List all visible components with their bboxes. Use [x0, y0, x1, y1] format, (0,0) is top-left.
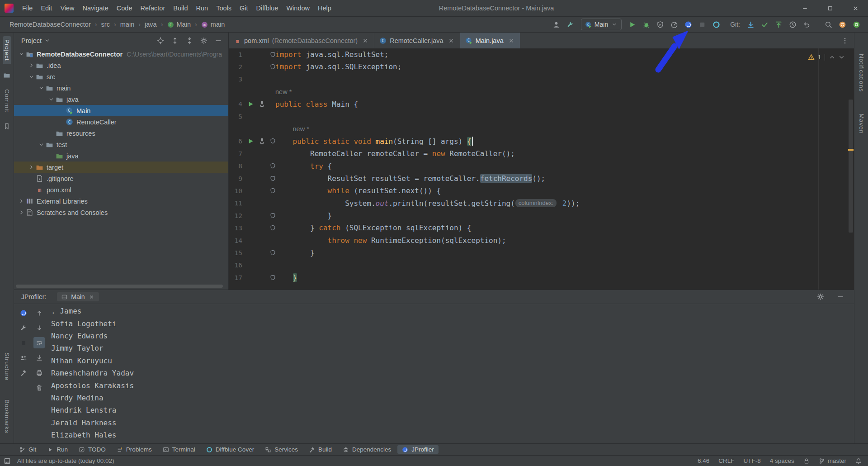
menu-build[interactable]: Build — [169, 0, 192, 16]
maximize-button[interactable] — [817, 0, 843, 16]
jprofiler-icon[interactable] — [18, 307, 29, 319]
prev-warning-icon[interactable] — [829, 54, 835, 61]
locate-icon[interactable] — [157, 37, 164, 44]
toolwindow-toggle-icon[interactable] — [4, 457, 11, 465]
chevron-down-icon[interactable] — [38, 84, 45, 92]
sync-icon[interactable] — [837, 19, 848, 30]
menu-window[interactable]: Window — [282, 0, 314, 16]
stripe-project[interactable]: Project — [3, 36, 11, 64]
next-warning-icon[interactable] — [838, 54, 845, 61]
tree-item-.gitignore[interactable]: .gitignore — [14, 173, 228, 184]
output-row[interactable]: Sofia Logotheti — [51, 317, 854, 329]
bookmark-icon[interactable] — [3, 123, 10, 130]
chevron-right-icon[interactable] — [18, 209, 25, 216]
menu-refactor[interactable]: Refactor — [136, 0, 169, 16]
jprofiler-icon[interactable] — [683, 19, 693, 30]
project-panel-title[interactable]: Project — [21, 37, 42, 44]
line-separator[interactable]: CRLF — [718, 457, 734, 464]
stop-icon[interactable] — [697, 19, 708, 30]
toolwindow-button-todo[interactable]: TODO — [74, 445, 110, 454]
coverage-shield-icon[interactable] — [269, 64, 276, 71]
toolwindow-button-services[interactable]: Services — [260, 445, 302, 454]
arrow-down-icon[interactable] — [33, 322, 45, 333]
coverage-shield-icon[interactable] — [269, 163, 276, 170]
run-icon[interactable] — [627, 19, 637, 30]
coverage-shield-icon[interactable] — [269, 212, 276, 219]
coverage-shield-icon[interactable] — [269, 274, 276, 281]
tree-item-java[interactable]: java — [14, 150, 228, 162]
trash-icon[interactable] — [33, 382, 45, 393]
chevron-down-icon[interactable] — [43, 37, 51, 44]
run-gutter-icon[interactable] — [247, 101, 254, 108]
toolwindow-button-build[interactable]: Build — [304, 445, 336, 454]
tree-item-main[interactable]: main — [14, 82, 228, 94]
minimize-button[interactable] — [792, 0, 817, 16]
run-config-select[interactable]: CMain — [581, 19, 622, 30]
editor-tab-Main.java[interactable]: CMain.java — [460, 33, 520, 48]
toolwindow-button-terminal[interactable]: Terminal — [158, 445, 200, 454]
run-gutter-icon[interactable] — [247, 138, 254, 145]
tools-icon[interactable] — [565, 19, 576, 30]
wrap-icon[interactable] — [33, 337, 45, 348]
editor-scrollbar[interactable] — [849, 100, 853, 233]
warning-stripe-mark[interactable] — [848, 149, 854, 151]
code-text[interactable]: } — [275, 247, 315, 259]
output-row[interactable]: Apostolos Karakasis — [51, 379, 854, 391]
code-text[interactable]: public class Main { — [275, 98, 358, 110]
tree-item-RemoteDatabaseConnector[interactable]: RemoteDatabaseConnectorC:\Users\beart\Do… — [14, 48, 228, 60]
output-row[interactable]: . James — [51, 305, 854, 317]
close-button[interactable] — [843, 0, 868, 16]
breadcrumb-item-main[interactable]: mmain — [200, 20, 226, 29]
jprofiler-output[interactable]: . JamesSofia LogothetiNancy EdwardsJimmy… — [51, 305, 854, 443]
rollback-icon[interactable] — [801, 19, 812, 30]
chevron-right-icon[interactable] — [28, 62, 35, 69]
folder-sm-icon[interactable] — [3, 71, 10, 79]
coverage-shield-icon[interactable] — [269, 138, 276, 145]
tree-item-test[interactable]: test — [14, 139, 228, 150]
coverage-icon[interactable] — [655, 19, 665, 30]
breadcrumb-item-main[interactable]: main — [119, 20, 136, 29]
menu-run[interactable]: Run — [192, 0, 212, 16]
breadcrumb-item-java[interactable]: java — [143, 20, 158, 29]
inspections-widget[interactable]: 1 — [808, 54, 845, 61]
output-row[interactable]: Nihan Koruyucu — [51, 355, 854, 367]
read-only-toggle[interactable] — [803, 458, 810, 464]
stripe-bookmarks[interactable]: Bookmarks — [3, 396, 11, 437]
close-tab-icon[interactable] — [448, 37, 455, 44]
breadcrumb-item-Main[interactable]: CMain — [166, 20, 192, 29]
debug-icon[interactable] — [641, 19, 651, 30]
editor-tab-RemoteCaller.java[interactable]: CRemoteCaller.java — [374, 33, 460, 48]
tree-item-External Libraries[interactable]: External Libraries — [14, 195, 228, 207]
output-row[interactable]: Jerald Harkness — [51, 417, 854, 429]
code-text[interactable]: ResultSet resultSet = remoteCaller.fetch… — [275, 172, 545, 185]
tree-item-.idea[interactable]: .idea — [14, 60, 228, 71]
horizontal-scrollbar[interactable] — [16, 285, 223, 288]
menu-code[interactable]: Code — [113, 0, 137, 16]
toolwindow-button-git[interactable]: Git — [14, 445, 41, 454]
code-with-me-icon[interactable] — [851, 19, 862, 30]
stripe-maven[interactable]: Maven — [857, 110, 866, 137]
menu-navigate[interactable]: Navigate — [79, 0, 113, 16]
menu-view[interactable]: View — [56, 0, 78, 16]
code-text[interactable]: } — [275, 271, 297, 284]
jp-stop-icon[interactable] — [18, 337, 29, 348]
code-text[interactable]: System.out.println(resultSet.getString(c… — [275, 197, 580, 209]
chevron-right-icon[interactable] — [28, 163, 35, 171]
print-icon[interactable] — [33, 367, 45, 378]
output-row[interactable]: Hendrik Lenstra — [51, 404, 854, 416]
hide-icon[interactable] — [215, 37, 222, 44]
toolwindow-button-dependencies[interactable]: Dependencies — [338, 445, 396, 454]
hammer-icon[interactable] — [18, 367, 29, 378]
coverage-shield-icon[interactable] — [269, 249, 276, 256]
settings-icon[interactable] — [200, 37, 208, 44]
profiler-icon[interactable] — [669, 19, 679, 30]
chevron-down-icon[interactable] — [18, 50, 25, 58]
menu-file[interactable]: File — [18, 0, 37, 16]
output-row[interactable]: Nardy Medina — [51, 392, 854, 404]
tree-item-resources[interactable]: resources — [14, 128, 228, 139]
code-text[interactable]: throw new RuntimeException(sqlException)… — [275, 234, 506, 247]
chevron-down-icon[interactable] — [47, 95, 55, 103]
more-icon[interactable] — [836, 33, 854, 48]
history-icon[interactable] — [787, 19, 798, 30]
code-text[interactable]: } — [275, 209, 332, 222]
